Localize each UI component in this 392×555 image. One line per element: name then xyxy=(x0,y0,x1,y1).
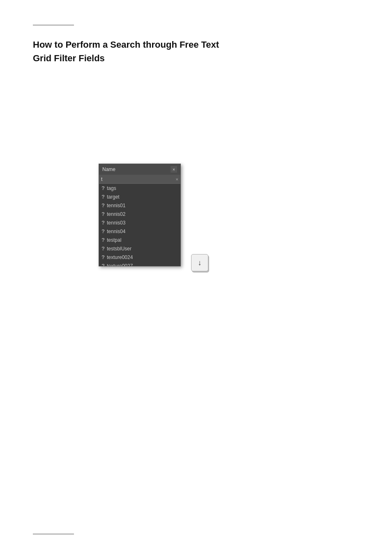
list-item[interactable]: ?tennis03 xyxy=(99,218,180,227)
list-item[interactable]: ?texture0024 xyxy=(99,253,180,261)
list-item[interactable]: ?testsblUser xyxy=(99,244,180,253)
item-type-icon: ? xyxy=(101,211,105,217)
item-label: testsblUser xyxy=(107,246,131,252)
popup-list: ?tags?target?tennis01?tennis02?tennis03?… xyxy=(99,184,180,266)
content-area: Name × × ?tags?target?tennis01?tennis02?… xyxy=(33,81,359,369)
grid-filter-popup: Name × × ?tags?target?tennis01?tennis02?… xyxy=(99,164,181,266)
item-type-icon: ? xyxy=(101,254,105,260)
list-item[interactable]: ?target xyxy=(99,192,180,201)
item-type-icon: ? xyxy=(101,263,105,266)
list-item[interactable]: ?tags xyxy=(99,184,180,192)
popup-close-button[interactable]: × xyxy=(171,166,177,173)
top-divider xyxy=(33,25,74,25)
popup-header: Name × xyxy=(99,164,180,175)
list-item[interactable]: ?tennis02 xyxy=(99,210,180,218)
item-label: target xyxy=(107,194,120,200)
item-label: tennis01 xyxy=(107,203,125,208)
item-label: texture0024 xyxy=(107,254,133,260)
list-item[interactable]: ?tennis04 xyxy=(99,227,180,236)
item-type-icon: ? xyxy=(101,185,105,191)
page-title: How to Perform a Search through Free Tex… xyxy=(33,38,359,65)
item-type-icon: ? xyxy=(101,228,105,234)
item-type-icon: ? xyxy=(101,237,105,243)
item-type-icon: ? xyxy=(101,245,105,252)
list-item[interactable]: ?texture0027 xyxy=(99,261,180,266)
item-label: tennis04 xyxy=(107,229,125,234)
title-line1: How to Perform a Search through Free Tex… xyxy=(33,39,219,50)
popup-search-row: × xyxy=(99,175,180,184)
title-line2: Grid Filter Fields xyxy=(33,53,105,63)
keyboard-key-down: ↓ xyxy=(191,254,208,271)
item-label: texture0027 xyxy=(107,263,133,266)
popup-search-clear[interactable]: × xyxy=(176,177,178,182)
item-label: testpal xyxy=(107,237,121,243)
list-item[interactable]: ?testpal xyxy=(99,236,180,244)
item-label: tennis02 xyxy=(107,211,125,217)
item-type-icon: ? xyxy=(101,202,105,208)
item-label: tennis03 xyxy=(107,220,125,226)
keyboard-key-symbol: ↓ xyxy=(198,259,202,267)
page-container: How to Perform a Search through Free Tex… xyxy=(0,0,392,555)
popup-header-title: Name xyxy=(102,166,115,172)
list-item[interactable]: ?tennis01 xyxy=(99,201,180,210)
popup-search-input[interactable] xyxy=(101,176,174,182)
item-type-icon: ? xyxy=(101,220,105,226)
item-label: tags xyxy=(107,185,116,191)
bottom-divider xyxy=(33,534,74,534)
item-type-icon: ? xyxy=(101,194,105,200)
